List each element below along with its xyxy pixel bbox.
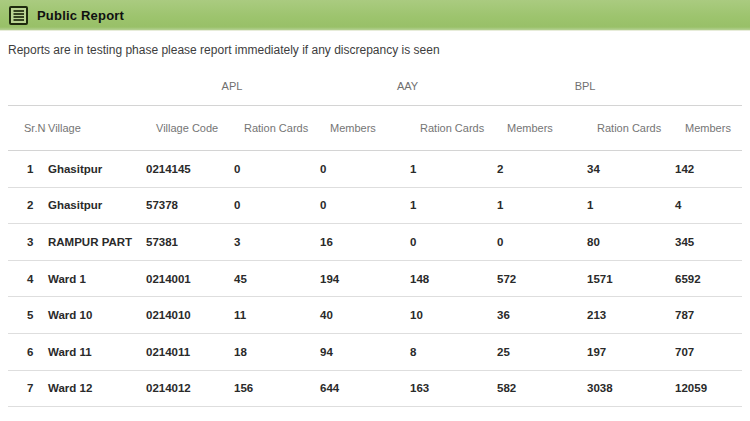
cell-apl-ration-cards: 0 — [232, 187, 318, 224]
cell-aay-ration-cards: 1 — [408, 151, 495, 188]
cell-aay-members: 572 — [495, 260, 585, 297]
cell-apl-members: 40 — [318, 297, 408, 334]
column-header-village-code: Village Code — [144, 106, 232, 151]
column-header-bpl-ration-cards: Ration Cards — [585, 106, 673, 151]
cell-aay-members: 699 — [495, 407, 585, 421]
table-row: 3RAMPUR PART573813160080345 — [8, 224, 742, 261]
cell-apl-ration-cards: 167 — [232, 407, 318, 421]
table-body: 1Ghasitpur02141450012341422Ghasitpur5737… — [8, 151, 742, 421]
cell-sr-no: 6 — [8, 333, 46, 370]
cell-bpl-members: 6592 — [673, 260, 742, 297]
table-row: 1Ghasitpur0214145001234142 — [8, 151, 742, 188]
table-row: 8Ward 130214013167650184699270010781 — [8, 407, 742, 421]
cell-aay-ration-cards: 8 — [408, 333, 495, 370]
cell-apl-members: 650 — [318, 407, 408, 421]
cell-aay-ration-cards: 0 — [408, 224, 495, 261]
group-header-spacer-end — [673, 67, 742, 106]
cell-bpl-members: 4 — [673, 187, 742, 224]
cell-bpl-members: 12059 — [673, 370, 742, 407]
column-header-aay-members: Members — [495, 106, 585, 151]
cell-apl-members: 644 — [318, 370, 408, 407]
public-report-table: APL AAY BPL Sr.No. Village Village Code … — [8, 67, 742, 421]
cell-village: Ward 10 — [46, 297, 144, 334]
cell-apl-ration-cards: 11 — [232, 297, 318, 334]
cell-apl-ration-cards: 45 — [232, 260, 318, 297]
cell-bpl-ration-cards: 3038 — [585, 370, 673, 407]
column-header-aay-ration-cards: Ration Cards — [408, 106, 495, 151]
cell-village-code: 0214145 — [144, 151, 232, 188]
column-header-apl-ration-cards: Ration Cards — [232, 106, 318, 151]
cell-aay-ration-cards: 184 — [408, 407, 495, 421]
table-row: 4Ward 102140014519414857215716592 — [8, 260, 742, 297]
group-header-spacer — [8, 67, 144, 106]
cell-apl-ration-cards: 3 — [232, 224, 318, 261]
cell-sr-no: 5 — [8, 297, 46, 334]
group-header-bpl: BPL — [495, 67, 673, 106]
cell-bpl-ration-cards: 1571 — [585, 260, 673, 297]
cell-village-code: 0214010 — [144, 297, 232, 334]
cell-aay-members: 1 — [495, 187, 585, 224]
cell-aay-members: 25 — [495, 333, 585, 370]
cell-bpl-ration-cards: 213 — [585, 297, 673, 334]
cell-village: RAMPUR PART — [46, 224, 144, 261]
cell-village: Ward 12 — [46, 370, 144, 407]
table-row: 6Ward 1102140111894825197707 — [8, 333, 742, 370]
group-header-aay: AAY — [318, 67, 495, 106]
table-row: 2Ghasitpur57378001114 — [8, 187, 742, 224]
cell-apl-members: 0 — [318, 187, 408, 224]
notice-text: Reports are in testing phase please repo… — [8, 43, 742, 57]
cell-bpl-members: 707 — [673, 333, 742, 370]
cell-village: Ward 1 — [46, 260, 144, 297]
cell-bpl-ration-cards: 2700 — [585, 407, 673, 421]
cell-village-code: 57381 — [144, 224, 232, 261]
cell-bpl-members: 345 — [673, 224, 742, 261]
cell-apl-ration-cards: 0 — [232, 151, 318, 188]
cell-village: Ward 13 — [46, 407, 144, 421]
cell-village-code: 57378 — [144, 187, 232, 224]
table-row: 5Ward 10021401011401036213787 — [8, 297, 742, 334]
cell-apl-members: 194 — [318, 260, 408, 297]
cell-aay-ration-cards: 163 — [408, 370, 495, 407]
report-icon — [8, 5, 29, 26]
cell-village-code: 0214013 — [144, 407, 232, 421]
group-header-apl: APL — [144, 67, 318, 106]
cell-bpl-ration-cards: 1 — [585, 187, 673, 224]
page-title: Public Report — [37, 8, 124, 23]
cell-aay-ration-cards: 148 — [408, 260, 495, 297]
cell-sr-no: 2 — [8, 187, 46, 224]
cell-bpl-members: 787 — [673, 297, 742, 334]
header-bar: Public Report — [0, 0, 750, 31]
cell-village-code: 0214001 — [144, 260, 232, 297]
cell-aay-members: 0 — [495, 224, 585, 261]
group-header-row: APL AAY BPL — [8, 67, 742, 106]
cell-bpl-members: 10781 — [673, 407, 742, 421]
cell-village: Ghasitpur — [46, 151, 144, 188]
cell-aay-ration-cards: 10 — [408, 297, 495, 334]
cell-sr-no: 8 — [8, 407, 46, 421]
table-row: 7Ward 120214012156644163582303812059 — [8, 370, 742, 407]
cell-sr-no: 7 — [8, 370, 46, 407]
cell-apl-members: 94 — [318, 333, 408, 370]
cell-aay-members: 2 — [495, 151, 585, 188]
cell-village: Ghasitpur — [46, 187, 144, 224]
cell-aay-members: 36 — [495, 297, 585, 334]
column-header-apl-members: Members — [318, 106, 408, 151]
cell-apl-members: 16 — [318, 224, 408, 261]
cell-aay-ration-cards: 1 — [408, 187, 495, 224]
cell-sr-no: 3 — [8, 224, 46, 261]
cell-bpl-ration-cards: 34 — [585, 151, 673, 188]
cell-sr-no: 4 — [8, 260, 46, 297]
cell-sr-no: 1 — [8, 151, 46, 188]
cell-village-code: 0214012 — [144, 370, 232, 407]
cell-apl-ration-cards: 18 — [232, 333, 318, 370]
cell-apl-ration-cards: 156 — [232, 370, 318, 407]
cell-apl-members: 0 — [318, 151, 408, 188]
cell-village-code: 0214011 — [144, 333, 232, 370]
cell-aay-members: 582 — [495, 370, 585, 407]
cell-village: Ward 11 — [46, 333, 144, 370]
cell-bpl-ration-cards: 197 — [585, 333, 673, 370]
column-header-village: Village — [46, 106, 144, 151]
column-header-row: Sr.No. Village Village Code Ration Cards… — [8, 106, 742, 151]
cell-bpl-members: 142 — [673, 151, 742, 188]
column-header-sr-no: Sr.No. — [8, 106, 46, 151]
